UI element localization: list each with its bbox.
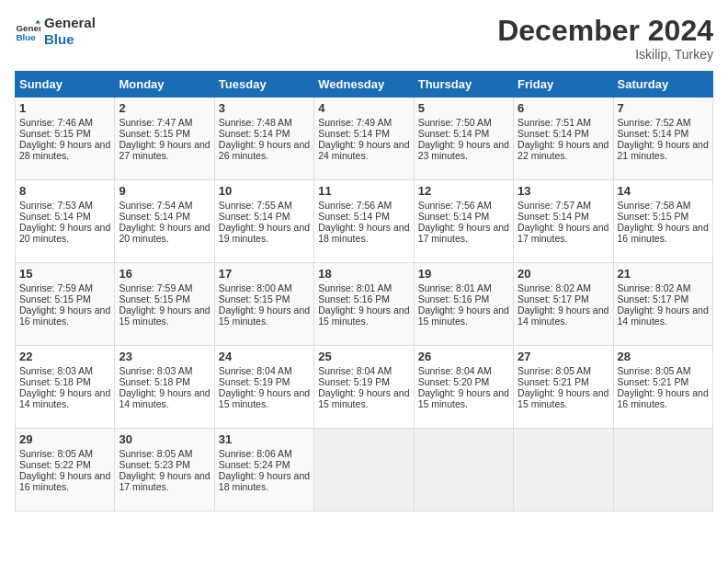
- calendar-cell: 18Sunrise: 8:01 AMSunset: 5:16 PMDayligh…: [314, 263, 414, 346]
- calendar-cell: 17Sunrise: 8:00 AMSunset: 5:15 PMDayligh…: [214, 263, 313, 346]
- sunset-text: Sunset: 5:14 PM: [418, 211, 490, 222]
- daylight-text: Daylight: 9 hours and 21 minutes.: [618, 139, 709, 161]
- calendar-cell: 26Sunrise: 8:04 AMSunset: 5:20 PMDayligh…: [414, 346, 513, 429]
- daylight-text: Daylight: 9 hours and 16 minutes.: [618, 387, 709, 409]
- svg-text:Blue: Blue: [16, 32, 36, 42]
- sunset-text: Sunset: 5:15 PM: [618, 211, 689, 222]
- calendar-cell: 5Sunrise: 7:50 AMSunset: 5:14 PMDaylight…: [414, 98, 513, 180]
- sunrise-text: Sunrise: 8:05 AM: [119, 448, 192, 459]
- day-number: 15: [19, 267, 110, 281]
- sunrise-text: Sunrise: 8:04 AM: [219, 365, 292, 376]
- daylight-text: Daylight: 9 hours and 23 minutes.: [418, 139, 509, 161]
- calendar-cell: 14Sunrise: 7:58 AMSunset: 5:15 PMDayligh…: [613, 180, 712, 263]
- daylight-text: Daylight: 9 hours and 15 minutes.: [418, 387, 509, 409]
- sunrise-text: Sunrise: 7:57 AM: [518, 200, 591, 211]
- day-number: 4: [318, 101, 409, 115]
- calendar-week-5: 29Sunrise: 8:05 AMSunset: 5:22 PMDayligh…: [16, 429, 713, 511]
- calendar-week-1: 1Sunrise: 7:46 AMSunset: 5:15 PMDaylight…: [16, 98, 713, 180]
- sunset-text: Sunset: 5:15 PM: [19, 128, 91, 139]
- daylight-text: Daylight: 9 hours and 15 minutes.: [219, 387, 310, 409]
- daylight-text: Daylight: 9 hours and 15 minutes.: [318, 387, 409, 409]
- calendar-cell: 25Sunrise: 8:04 AMSunset: 5:19 PMDayligh…: [314, 346, 414, 429]
- sunrise-text: Sunrise: 8:01 AM: [318, 282, 392, 293]
- sunrise-text: Sunrise: 8:02 AM: [618, 282, 691, 293]
- sunrise-text: Sunrise: 8:05 AM: [618, 365, 691, 376]
- sunrise-text: Sunrise: 8:04 AM: [418, 365, 492, 376]
- calendar-cell: 11Sunrise: 7:56 AMSunset: 5:14 PMDayligh…: [314, 180, 414, 263]
- sunrise-text: Sunrise: 7:55 AM: [219, 200, 292, 211]
- daylight-text: Daylight: 9 hours and 20 minutes.: [119, 222, 210, 244]
- calendar-cell: 27Sunrise: 8:05 AMSunset: 5:21 PMDayligh…: [514, 346, 613, 429]
- calendar-cell: 3Sunrise: 7:48 AMSunset: 5:14 PMDaylight…: [214, 98, 313, 180]
- sunrise-text: Sunrise: 7:56 AM: [318, 200, 392, 211]
- sunrise-text: Sunrise: 7:47 AM: [119, 117, 192, 128]
- sunrise-text: Sunrise: 7:58 AM: [618, 200, 691, 211]
- calendar-cell: 13Sunrise: 7:57 AMSunset: 5:14 PMDayligh…: [514, 180, 613, 263]
- daylight-text: Daylight: 9 hours and 18 minutes.: [219, 470, 310, 492]
- daylight-text: Daylight: 9 hours and 28 minutes.: [19, 139, 110, 161]
- day-number: 23: [119, 350, 210, 363]
- calendar-cell: 7Sunrise: 7:52 AMSunset: 5:14 PMDaylight…: [613, 98, 712, 180]
- calendar-cell: 8Sunrise: 7:53 AMSunset: 5:14 PMDaylight…: [16, 180, 115, 263]
- sunset-text: Sunset: 5:15 PM: [119, 293, 190, 304]
- sunset-text: Sunset: 5:14 PM: [618, 128, 689, 139]
- daylight-text: Daylight: 9 hours and 15 minutes.: [418, 304, 509, 327]
- day-number: 14: [618, 184, 709, 198]
- sunrise-text: Sunrise: 8:02 AM: [518, 282, 591, 293]
- sunset-text: Sunset: 5:14 PM: [219, 211, 290, 222]
- calendar-cell: 28Sunrise: 8:05 AMSunset: 5:21 PMDayligh…: [613, 346, 712, 429]
- day-number: 17: [219, 267, 310, 281]
- sunset-text: Sunset: 5:17 PM: [518, 293, 589, 304]
- sunset-text: Sunset: 5:18 PM: [119, 376, 190, 387]
- day-number: 28: [618, 350, 709, 363]
- sunset-text: Sunset: 5:21 PM: [518, 376, 589, 387]
- calendar-cell: 2Sunrise: 7:47 AMSunset: 5:15 PMDaylight…: [115, 98, 214, 180]
- daylight-text: Daylight: 9 hours and 14 minutes.: [518, 304, 609, 327]
- sunrise-text: Sunrise: 8:03 AM: [119, 365, 192, 376]
- day-number: 21: [618, 267, 709, 281]
- calendar-cell: 30Sunrise: 8:05 AMSunset: 5:23 PMDayligh…: [115, 429, 214, 511]
- header-thursday: Thursday: [414, 72, 513, 98]
- sunrise-text: Sunrise: 7:49 AM: [318, 117, 392, 128]
- sunset-text: Sunset: 5:19 PM: [219, 376, 290, 387]
- calendar-cell: 22Sunrise: 8:03 AMSunset: 5:18 PMDayligh…: [16, 346, 115, 429]
- day-number: 9: [119, 184, 210, 198]
- location-label: Iskilip, Turkey: [497, 47, 713, 62]
- sunset-text: Sunset: 5:20 PM: [418, 376, 490, 387]
- day-number: 2: [119, 101, 210, 115]
- calendar-cell: 4Sunrise: 7:49 AMSunset: 5:14 PMDaylight…: [314, 98, 414, 180]
- calendar-cell: 21Sunrise: 8:02 AMSunset: 5:17 PMDayligh…: [613, 263, 712, 346]
- sunset-text: Sunset: 5:16 PM: [418, 293, 490, 304]
- sunrise-text: Sunrise: 7:48 AM: [219, 117, 292, 128]
- sunset-text: Sunset: 5:15 PM: [19, 293, 91, 304]
- day-number: 12: [418, 184, 509, 198]
- daylight-text: Daylight: 9 hours and 18 minutes.: [318, 222, 409, 244]
- calendar-week-3: 15Sunrise: 7:59 AMSunset: 5:15 PMDayligh…: [16, 263, 713, 346]
- sunrise-text: Sunrise: 8:01 AM: [418, 282, 492, 293]
- day-number: 30: [119, 432, 210, 446]
- header-sunday: Sunday: [16, 72, 115, 98]
- logo: General Blue General Blue: [15, 15, 96, 48]
- sunset-text: Sunset: 5:18 PM: [19, 376, 91, 387]
- day-number: 7: [618, 101, 709, 115]
- sunrise-text: Sunrise: 7:51 AM: [518, 117, 591, 128]
- header-saturday: Saturday: [613, 72, 712, 98]
- day-number: 19: [418, 267, 509, 281]
- sunset-text: Sunset: 5:23 PM: [119, 459, 190, 470]
- title-area: December 2024 Iskilip, Turkey: [497, 15, 713, 62]
- sunrise-text: Sunrise: 8:03 AM: [19, 365, 93, 376]
- sunset-text: Sunset: 5:15 PM: [119, 128, 190, 139]
- sunset-text: Sunset: 5:14 PM: [518, 211, 589, 222]
- calendar-cell: 31Sunrise: 8:06 AMSunset: 5:24 PMDayligh…: [214, 429, 313, 511]
- daylight-text: Daylight: 9 hours and 17 minutes.: [418, 222, 509, 244]
- daylight-text: Daylight: 9 hours and 15 minutes.: [219, 304, 310, 327]
- sunset-text: Sunset: 5:14 PM: [318, 211, 390, 222]
- daylight-text: Daylight: 9 hours and 15 minutes.: [119, 304, 210, 327]
- sunrise-text: Sunrise: 8:00 AM: [219, 282, 292, 293]
- calendar-cell: [414, 429, 513, 511]
- sunrise-text: Sunrise: 7:52 AM: [618, 117, 691, 128]
- day-number: 16: [119, 267, 210, 281]
- day-number: 22: [19, 350, 110, 363]
- sunrise-text: Sunrise: 7:59 AM: [119, 282, 192, 293]
- header: General Blue General Blue December 2024 …: [15, 15, 713, 62]
